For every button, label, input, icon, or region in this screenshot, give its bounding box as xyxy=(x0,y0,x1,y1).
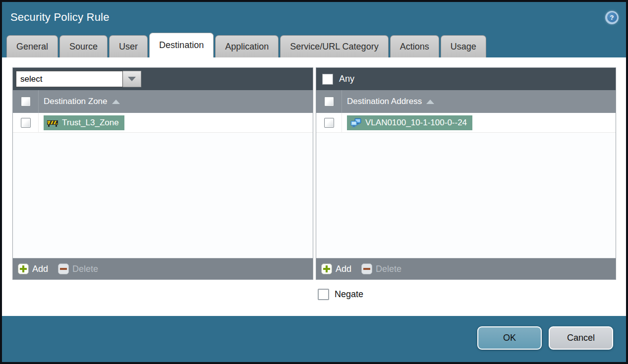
address-footer: Add Delete xyxy=(316,258,616,279)
address-toolbar: Any xyxy=(316,68,616,90)
zone-entry[interactable]: Trust_L3_Zone xyxy=(44,115,124,130)
tab-service-url-category[interactable]: Service/URL Category xyxy=(280,35,388,57)
sort-asc-icon[interactable] xyxy=(112,100,120,104)
zone-barrier-icon xyxy=(47,119,58,127)
any-wrap: Any xyxy=(319,74,354,85)
tab-user[interactable]: User xyxy=(109,35,148,57)
chevron-down-icon xyxy=(128,77,136,81)
question-mark-glyph: ? xyxy=(607,12,617,22)
address-entry[interactable]: VLAN0100_10-1-100-0--24 xyxy=(347,115,472,130)
tab-destination[interactable]: Destination xyxy=(149,33,214,57)
tab-actions[interactable]: Actions xyxy=(390,35,439,57)
table-row: VLAN0100_10-1-100-0--24 xyxy=(316,113,616,133)
zone-entry-label: Trust_L3_Zone xyxy=(62,118,119,128)
zone-select-dropdown-button[interactable] xyxy=(123,71,141,87)
ok-button[interactable]: OK xyxy=(477,326,542,350)
zone-row-checkbox[interactable] xyxy=(21,118,31,128)
tab-usage[interactable]: Usage xyxy=(441,35,486,57)
zone-column-title[interactable]: Destination Zone xyxy=(44,97,108,106)
plus-icon xyxy=(321,263,332,274)
destination-address-panel: Any Destination Address xyxy=(316,67,616,280)
minus-icon xyxy=(361,263,372,274)
dialog-action-bar: OK Cancel xyxy=(2,316,626,360)
delete-address-button[interactable]: Delete xyxy=(361,263,401,274)
address-list: VLAN0100_10-1-100-0--24 xyxy=(316,113,616,258)
plus-icon xyxy=(18,263,29,274)
negate-row: Negate xyxy=(318,289,616,300)
address-row-check-cell xyxy=(316,113,342,132)
address-entry-label: VLAN0100_10-1-100-0--24 xyxy=(365,118,467,128)
zone-toolbar xyxy=(13,68,313,90)
minus-icon xyxy=(58,263,69,274)
dialog-titlebar: Security Policy Rule ? xyxy=(2,2,626,33)
address-column-title[interactable]: Destination Address xyxy=(347,97,422,106)
zone-header-check-cell xyxy=(13,90,39,113)
delete-button-label: Delete xyxy=(72,264,98,274)
zone-footer: Add Delete xyxy=(13,258,313,279)
panels-row: Destination Zone xyxy=(12,67,616,280)
zone-select-combo xyxy=(16,71,141,87)
sort-asc-icon[interactable] xyxy=(426,100,434,104)
zone-list: Trust_L3_Zone xyxy=(13,113,313,258)
cancel-button[interactable]: Cancel xyxy=(549,326,613,350)
dialog-title: Security Policy Rule xyxy=(10,11,110,24)
destination-zone-panel: Destination Zone xyxy=(12,67,313,280)
address-header-check-cell xyxy=(316,90,342,113)
help-icon[interactable]: ? xyxy=(605,11,619,24)
add-address-button[interactable]: Add xyxy=(321,263,351,274)
zone-select-all-checkbox[interactable] xyxy=(21,97,31,106)
zone-column-header: Destination Zone xyxy=(13,90,313,113)
security-policy-rule-dialog: Security Policy Rule ? General Source Us… xyxy=(0,0,628,364)
zone-row-check-cell xyxy=(13,113,39,132)
add-button-label: Add xyxy=(336,264,351,274)
tab-general[interactable]: General xyxy=(6,35,58,57)
negate-label: Negate xyxy=(335,289,363,300)
negate-checkbox[interactable] xyxy=(318,289,329,300)
any-label: Any xyxy=(339,74,354,84)
address-column-header: Destination Address xyxy=(316,90,616,113)
address-row-checkbox[interactable] xyxy=(324,118,334,128)
tab-source[interactable]: Source xyxy=(59,35,108,57)
any-checkbox[interactable] xyxy=(322,74,333,85)
add-zone-button[interactable]: Add xyxy=(18,263,48,274)
tab-application[interactable]: Application xyxy=(215,35,279,57)
zone-select-input[interactable] xyxy=(16,71,123,87)
table-row: Trust_L3_Zone xyxy=(13,113,313,133)
add-button-label: Add xyxy=(32,264,48,274)
address-select-all-checkbox[interactable] xyxy=(324,97,334,106)
delete-button-label: Delete xyxy=(376,264,401,274)
delete-zone-button[interactable]: Delete xyxy=(58,263,98,274)
destination-tab-content: Destination Zone xyxy=(2,57,626,316)
tab-strip: General Source User Destination Applicat… xyxy=(2,33,626,57)
network-computers-icon xyxy=(350,118,361,127)
